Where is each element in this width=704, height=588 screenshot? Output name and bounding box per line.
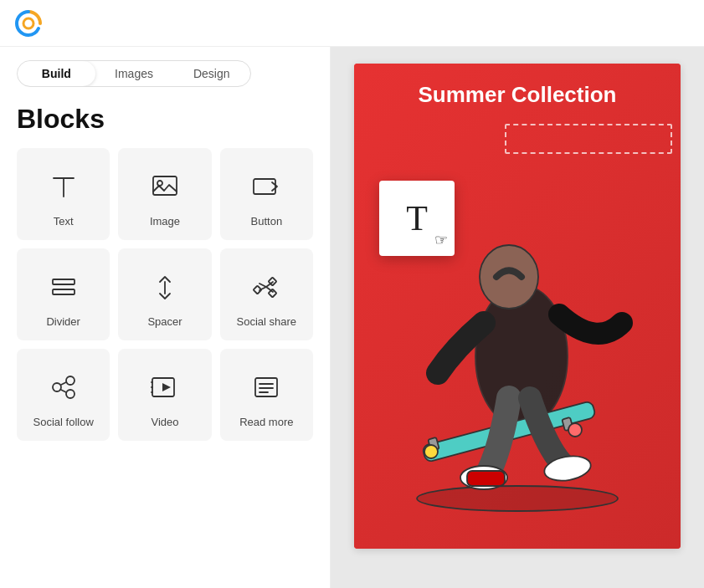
block-button[interactable]: Button: [220, 148, 313, 240]
right-panel: Summer Collection T ☞: [331, 47, 704, 588]
svg-point-28: [417, 486, 618, 511]
logo: [13, 8, 44, 38]
drag-cursor-icon: ☞: [434, 231, 448, 249]
svg-rect-9: [53, 289, 75, 294]
block-divider[interactable]: Divider: [17, 248, 110, 340]
left-panel: Build Images Design Blocks Text: [0, 47, 331, 588]
block-read-more[interactable]: Read more: [220, 349, 313, 441]
svg-rect-24: [255, 378, 277, 396]
image-icon: [145, 166, 185, 207]
canvas-drop-zone[interactable]: [505, 124, 672, 154]
svg-rect-38: [467, 471, 505, 486]
block-video-label: Video: [151, 416, 178, 428]
block-video[interactable]: Video: [118, 349, 211, 441]
spacer-icon: [145, 267, 185, 307]
top-bar: [0, 0, 704, 47]
svg-marker-20: [162, 383, 171, 391]
dragged-text-block: T ☞: [379, 181, 455, 256]
block-social-share-label: Social share: [237, 315, 297, 328]
svg-point-35: [568, 423, 582, 437]
block-spacer-label: Spacer: [147, 315, 182, 328]
svg-rect-5: [153, 176, 177, 195]
block-social-follow[interactable]: Social follow: [17, 349, 110, 441]
svg-point-34: [424, 445, 438, 458]
canvas-hero: Summer Collection T ☞: [354, 64, 681, 549]
blocks-grid: Text Image: [17, 148, 313, 441]
svg-line-17: [61, 382, 66, 385]
block-text[interactable]: Text: [17, 148, 110, 240]
tab-bar: Build Images Design: [17, 60, 251, 87]
social-share-icon: [246, 267, 286, 307]
blocks-title: Blocks: [17, 104, 313, 135]
block-button-label: Button: [251, 215, 283, 228]
tab-images[interactable]: Images: [95, 61, 173, 86]
block-text-label: Text: [54, 215, 74, 228]
text-icon: [44, 166, 84, 207]
svg-point-30: [480, 245, 538, 309]
canvas-container: Summer Collection T ☞: [354, 64, 681, 549]
block-divider-label: Divider: [46, 315, 80, 328]
block-spacer[interactable]: Spacer: [118, 248, 211, 340]
block-read-more-label: Read more: [239, 416, 293, 428]
button-icon: [246, 166, 286, 207]
svg-point-15: [66, 376, 75, 385]
tab-build[interactable]: Build: [18, 61, 95, 86]
dragged-text-icon: T: [406, 201, 428, 236]
svg-rect-8: [53, 279, 75, 284]
block-social-follow-label: Social follow: [33, 416, 94, 428]
social-follow-icon: [44, 367, 84, 407]
svg-point-6: [157, 181, 162, 186]
tab-design[interactable]: Design: [172, 61, 250, 86]
svg-point-14: [53, 383, 61, 391]
svg-line-18: [61, 390, 66, 392]
svg-point-16: [66, 390, 75, 398]
svg-rect-7: [254, 179, 275, 194]
block-image-label: Image: [150, 215, 180, 228]
video-icon: [145, 367, 185, 407]
canvas-headline: Summer Collection: [402, 64, 634, 116]
block-image[interactable]: Image: [118, 148, 211, 240]
block-social-share[interactable]: Social share: [220, 248, 313, 340]
main-layout: Build Images Design Blocks Text: [0, 47, 704, 588]
divider-icon: [44, 267, 84, 307]
read-more-icon: [246, 367, 286, 407]
